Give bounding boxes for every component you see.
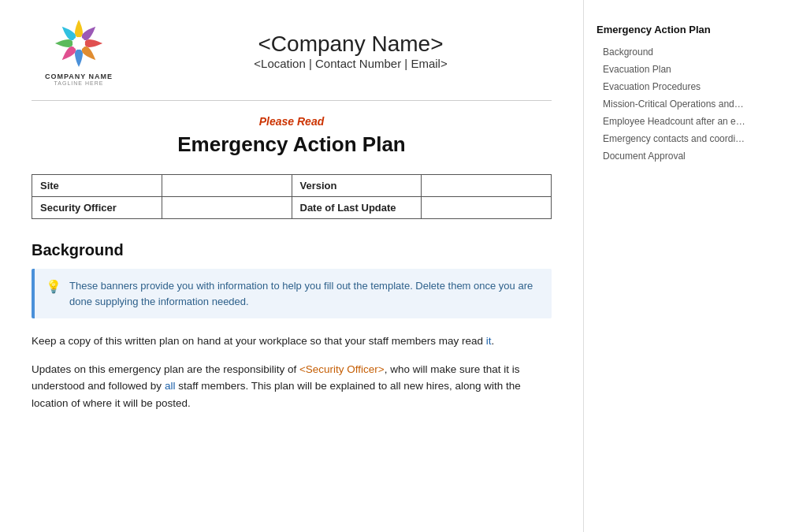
site-label: Site (32, 175, 162, 197)
date-label: Date of Last Update (292, 197, 422, 219)
version-value[interactable] (422, 175, 552, 197)
logo-tagline: TAGLINE HERE (54, 80, 104, 86)
header-center: <Company Name> <Location | Contact Numbe… (150, 32, 552, 70)
header: COMPANY NAME TAGLINE HERE <Company Name>… (32, 16, 552, 86)
info-table: Site Version Security Officer Date of La… (32, 174, 552, 219)
header-divider (32, 100, 552, 101)
sidebar-title: Emergency Action Plan (597, 24, 752, 35)
body-paragraph-2: Updates on this emergency plan are the r… (32, 361, 552, 412)
sidebar-item[interactable]: Employee Headcount after an evacua... (597, 113, 752, 130)
document-title: Emergency Action Plan (32, 132, 552, 157)
sidebar: Emergency Action Plan BackgroundEvacuati… (583, 0, 764, 532)
info-banner: 💡 These banners provide you with informa… (32, 269, 552, 318)
background-title: Background (32, 241, 552, 259)
security-officer-ref: <Security Officer> (299, 363, 385, 375)
sidebar-item[interactable]: Evacuation Procedures (597, 78, 752, 95)
security-officer-value[interactable] (162, 197, 292, 219)
it-link[interactable]: it (486, 335, 492, 347)
sidebar-item[interactable]: Mission-Critical Operations and Work... (597, 95, 752, 113)
sidebar-items-container: BackgroundEvacuation PlanEvacuation Proc… (597, 43, 752, 165)
security-officer-label: Security Officer (32, 197, 162, 219)
logo-company-name: COMPANY NAME (45, 73, 113, 80)
table-row: Site Version (32, 175, 552, 197)
logo-area: COMPANY NAME TAGLINE HERE (32, 16, 126, 86)
main-content: COMPANY NAME TAGLINE HERE <Company Name>… (0, 0, 583, 532)
company-info: <Location | Contact Number | Email> (150, 57, 552, 70)
table-row: Security Officer Date of Last Update (32, 197, 552, 219)
site-value[interactable] (162, 175, 292, 197)
svg-point-0 (72, 37, 85, 50)
version-label: Version (292, 175, 422, 197)
company-name: <Company Name> (150, 32, 552, 57)
body-paragraph-1: Keep a copy of this written plan on hand… (32, 333, 552, 350)
date-value[interactable] (422, 197, 552, 219)
company-logo (51, 16, 106, 71)
please-read-label: Please Read (32, 115, 552, 128)
sidebar-item[interactable]: Background (597, 43, 752, 61)
all-staff-ref: all (165, 380, 176, 392)
bulb-icon: 💡 (46, 279, 61, 294)
sidebar-item[interactable]: Emergency contacts and coordinators (597, 130, 752, 147)
sidebar-item[interactable]: Evacuation Plan (597, 61, 752, 78)
banner-text: These banners provide you with informati… (69, 278, 541, 309)
sidebar-item[interactable]: Document Approval (597, 147, 752, 165)
